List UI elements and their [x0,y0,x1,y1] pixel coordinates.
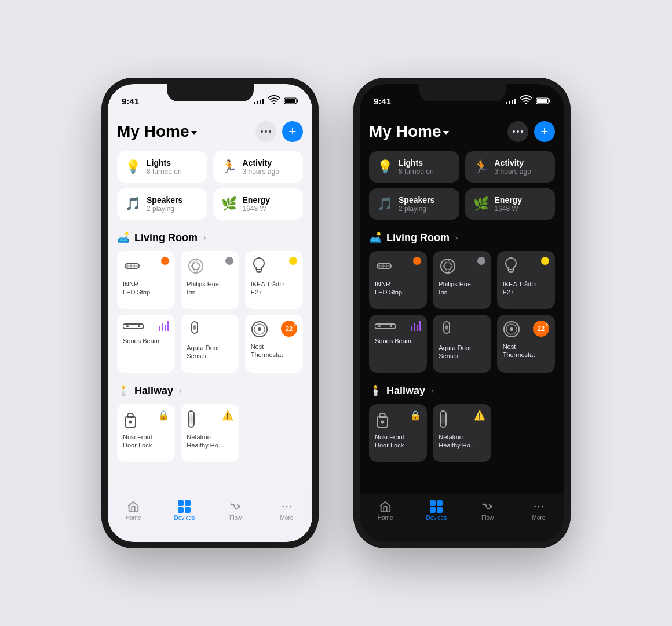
devices-icon-dark [430,500,443,513]
netatmo-card-light[interactable]: ⚠️ NetatmoHealthy Ho... [181,404,239,462]
ikea-name-dark: IKEA TrådfriE27 [503,280,549,297]
hallway-chevron-dark: › [431,386,434,395]
tab-flow-light[interactable]: Flow [216,500,256,521]
sonos-icon-dark [375,321,396,332]
aqara-card-light[interactable]: Aqara DoorSensor [181,315,239,373]
sq2 [185,500,191,506]
svg-point-20 [258,327,261,331]
lights-card-dark[interactable]: 💡 Lights 8 turned on [369,151,459,183]
add-button-dark[interactable]: + [534,121,555,142]
hue-card-dark[interactable]: Philips HueIris [433,251,491,309]
speakers-card-light[interactable]: 🎵 Speakers 2 playing [117,188,207,220]
nest-card-light[interactable]: 225 NestThermostat [245,315,303,373]
hue-status-dark [477,257,485,265]
nest-top-light: 225 [251,321,297,338]
app-title-light[interactable]: My Home [117,122,197,141]
energy-card-dark[interactable]: 🌿 Energy 1648 W [465,188,556,220]
living-room-header-dark[interactable]: 🛋️ Living Room › [369,231,555,244]
ikea-top-dark [503,257,549,275]
activity-card-light[interactable]: 🏃 Activity 3 hours ago [213,151,304,183]
signal-bars-dark [506,97,516,104]
sq2d [437,500,443,506]
tab-flow-dark[interactable]: Flow [468,500,508,521]
dots-button-light[interactable] [255,121,276,142]
energy-title-light: Energy [243,195,270,205]
hue-name-dark: Philips HueIris [439,280,485,297]
speakers-info-light: Speakers 2 playing [147,195,182,213]
hue-card-light[interactable]: Philips HueIris [181,251,239,309]
tab-home-dark[interactable]: Home [365,500,406,521]
sonos-name-light: Sonos Beam [123,337,169,345]
nest-card-dark[interactable]: 225 NestThermostat [497,315,555,373]
tab-home-light[interactable]: Home [113,500,154,521]
energy-title-dark: Energy [495,195,522,205]
signal-bars-light [254,97,264,104]
dots-icon-dark [513,130,523,133]
sq1d [430,500,436,506]
ikea-card-dark[interactable]: IKEA TrådfriE27 [497,251,555,309]
svg-point-55 [482,504,484,506]
battery-icon-dark [536,97,550,104]
hallway-title-light: Hallway [134,385,173,397]
tab-devices-light[interactable]: Devices [164,500,204,521]
tab-devices-dark[interactable]: Devices [416,500,456,521]
bar1 [254,102,255,104]
home-label-dark: Home [378,515,393,521]
nuki-card-dark[interactable]: 🔒 Nuki FrontDoor Lock [369,404,427,462]
energy-card-light[interactable]: 🌿 Energy 1648 W [213,188,304,220]
dot1 [261,130,263,133]
devices-label-dark: Devices [426,515,447,521]
speakers-title-light: Speakers [147,195,182,205]
sonos-card-light[interactable]: Sonos Beam [117,315,175,373]
hue-top-light [187,257,233,275]
app-title-dark[interactable]: My Home [369,122,449,141]
netatmo-name-dark: NetatmoHealthy Ho... [439,433,485,450]
activity-card-dark[interactable]: 🏃 Activity 3 hours ago [465,151,556,183]
sq4d [437,507,443,513]
status-icons-light [254,94,298,107]
aqara-card-dark[interactable]: Aqara DoorSensor [433,315,491,373]
innr-card-light[interactable]: INNRLED Strip [117,251,175,309]
innr-status-light [161,257,169,265]
hallway-header-dark[interactable]: 🕯️ Hallway › [369,384,555,397]
speakers-card-dark[interactable]: 🎵 Speakers 2 playing [369,188,459,220]
header-actions-light: + [255,121,303,142]
living-room-grid-light: INNRLED Strip Philips HueIris [117,251,303,373]
svg-point-29 [290,506,291,508]
netatmo-card-dark[interactable]: ⚠️ NetatmoHealthy Ho... [433,404,491,462]
flow-icon-dark [481,500,494,513]
svg-point-25 [230,504,232,506]
tab-more-dark[interactable]: More [518,500,559,521]
sonos-top-dark [375,321,421,332]
sonos-card-dark[interactable]: Sonos Beam [369,315,427,373]
add-button-light[interactable]: + [282,121,303,142]
energy-info-dark: Energy 1648 W [495,195,522,213]
aqara-icon-dark [439,321,455,339]
nuki-name-light: Nuki FrontDoor Lock [123,433,169,450]
bar2d [509,101,510,104]
innr-card-dark[interactable]: INNRLED Strip [369,251,427,309]
living-room-header-light[interactable]: 🛋️ Living Room › [117,231,303,244]
lights-subtitle-light: 8 turned on [147,168,182,176]
sonos-top-light [123,321,169,332]
bar4 [262,99,264,104]
netatmo-top-dark: ⚠️ [439,410,485,428]
ikea-card-light[interactable]: IKEA TrådfriE27 [245,251,303,309]
dots-button-dark[interactable] [507,121,528,142]
lights-title-light: Lights [147,158,182,168]
energy-subtitle-dark: 1648 W [495,205,522,213]
lights-card-light[interactable]: 💡 Lights 8 turned on [117,151,207,183]
svg-rect-3 [285,99,295,103]
svg-point-30 [525,103,527,104]
tab-more-light[interactable]: More [266,500,307,521]
wifi-icon-light [268,94,280,107]
sonos-bars-light [159,321,169,331]
hallway-header-light[interactable]: 🕯️ Hallway › [117,384,303,397]
speakers-subtitle-light: 2 playing [147,205,182,213]
lock-icon-dark: 🔒 [410,410,421,421]
svg-point-0 [273,103,275,104]
aqara-icon-light [187,321,203,339]
nuki-card-light[interactable]: 🔒 Nuki FrontDoor Lock [117,404,175,462]
home-title-dark: My Home [369,122,441,141]
bar3d [512,100,513,104]
